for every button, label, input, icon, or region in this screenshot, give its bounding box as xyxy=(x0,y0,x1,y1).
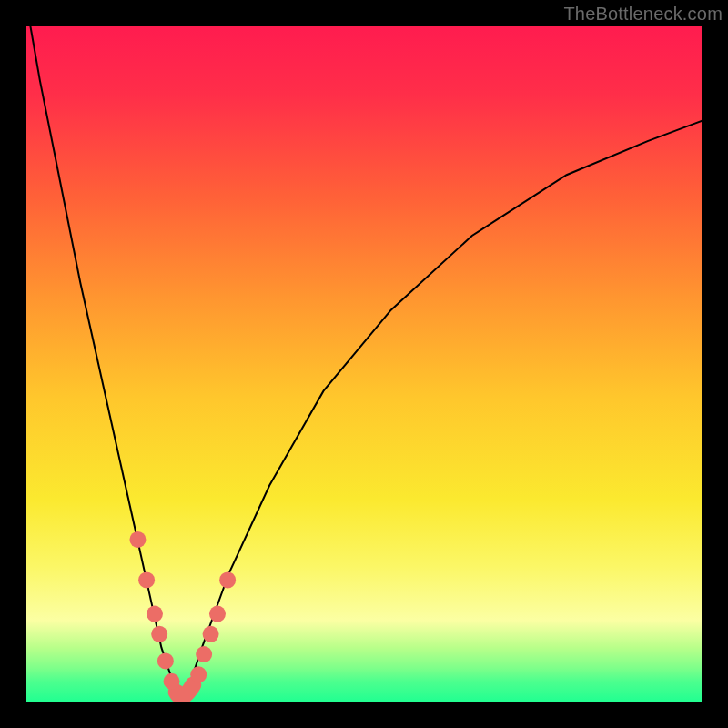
marker-dot xyxy=(138,571,155,588)
marker-dot xyxy=(129,531,146,548)
marker-dot xyxy=(147,606,163,622)
marker-dot xyxy=(203,626,219,642)
marker-dot xyxy=(151,626,167,642)
marker-dot xyxy=(196,646,212,662)
plot-frame xyxy=(26,26,702,702)
marker-dot xyxy=(190,666,207,682)
chart-svg xyxy=(26,26,702,702)
curve-minimum-marker xyxy=(177,684,194,696)
marker-dot xyxy=(157,652,174,669)
watermark-text: TheBottleneck.com xyxy=(563,4,723,25)
marker-dot xyxy=(219,571,236,588)
background-gradient xyxy=(26,26,702,702)
marker-dot xyxy=(164,673,180,690)
marker-dot xyxy=(209,606,226,622)
